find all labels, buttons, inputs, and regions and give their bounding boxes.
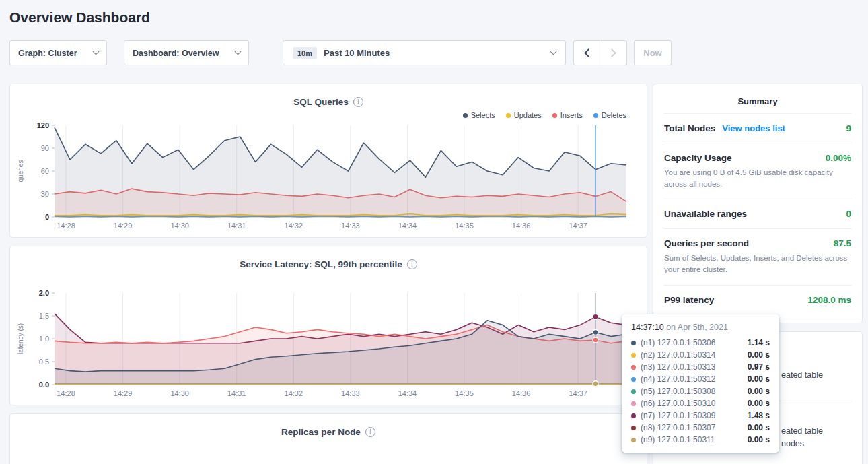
svg-text:14:29: 14:29 <box>114 222 133 230</box>
legend-item[interactable]: Inserts <box>552 110 583 120</box>
summary-row-queries-per-second: Queries per second 87.5 Sum of Selects, … <box>664 228 851 284</box>
chart-title: Service Latency: SQL, 99th percentile <box>240 259 402 269</box>
svg-text:0: 0 <box>45 213 49 221</box>
time-next-button[interactable] <box>600 40 627 65</box>
dashboard-dropdown[interactable]: Dashboard: Overview <box>124 40 249 65</box>
tooltip-node-value: 1.14 s <box>748 338 770 347</box>
series-dot-icon <box>506 113 511 118</box>
legend-item[interactable]: Updates <box>506 110 542 120</box>
summary-value: 1208.0 ms <box>807 295 851 305</box>
svg-text:0.5: 0.5 <box>39 358 49 366</box>
tooltip-node-value: 0.00 s <box>748 350 770 360</box>
service-latency-chart[interactable]: 14:2814:2914:3014:3114:3214:3314:3414:35… <box>14 289 643 399</box>
tooltip-date: on Apr 5th, 2021 <box>666 323 728 332</box>
tooltip-node-name: (n4) 127.0.0.1:50312 <box>641 374 715 384</box>
summary-label: P99 latency <box>664 295 714 305</box>
legend-label: Deletes <box>602 111 626 119</box>
svg-text:14:33: 14:33 <box>341 389 360 397</box>
toolbar: Graph: Cluster Dashboard: Overview 10m P… <box>9 40 859 65</box>
legend-label: Selects <box>471 111 495 119</box>
now-button[interactable]: Now <box>634 40 672 65</box>
info-icon[interactable]: i <box>353 97 363 107</box>
tooltip-node-value: 0.00 s <box>748 387 770 396</box>
chart-title: Replicas per Node <box>281 427 361 437</box>
dashboard-dropdown-label: Dashboard: Overview <box>133 48 219 58</box>
svg-text:14:36: 14:36 <box>512 389 531 397</box>
chart-title: SQL Queries <box>293 97 349 107</box>
info-icon[interactable]: i <box>407 259 417 269</box>
tooltip-node-name: (n1) 127.0.0.1:50306 <box>641 338 715 347</box>
svg-text:1.5: 1.5 <box>39 312 49 320</box>
tooltip-node-value: 0.00 s <box>748 423 770 432</box>
view-nodes-list-link[interactable]: View nodes list <box>722 123 785 133</box>
sql-queries-chart-card: SQL Queries i SelectsUpdatesInsertsDelet… <box>9 84 647 238</box>
graph-dropdown[interactable]: Graph: Cluster <box>9 40 107 65</box>
svg-text:14:35: 14:35 <box>455 389 474 397</box>
svg-text:14:35: 14:35 <box>455 222 474 230</box>
sql-queries-chart[interactable]: 14:2814:2914:3014:3114:3214:3314:3414:35… <box>14 121 643 232</box>
series-dot-icon <box>631 426 636 430</box>
svg-text:queries: queries <box>17 160 24 183</box>
legend-label: Inserts <box>560 111 583 119</box>
svg-text:14:30: 14:30 <box>170 389 189 397</box>
series-dot-icon <box>463 113 468 118</box>
series-dot-icon <box>631 341 636 345</box>
tooltip-row: (n7) 127.0.0.1:503091.48 s <box>631 409 770 422</box>
chart-header: Service Latency: SQL, 99th percentile i <box>10 246 647 270</box>
tooltip-header: 14:37:10 on Apr 5th, 2021 <box>631 323 770 332</box>
svg-text:14:31: 14:31 <box>227 222 246 230</box>
svg-text:2.0: 2.0 <box>39 289 49 297</box>
time-range-badge: 10m <box>293 47 317 59</box>
info-icon[interactable]: i <box>365 427 375 437</box>
tooltip-node-value: 0.00 s <box>748 435 770 444</box>
chevron-down-icon <box>93 48 100 55</box>
time-prev-button[interactable] <box>573 40 600 65</box>
tooltip-row: (n4) 127.0.0.1:503120.00 s <box>631 373 770 385</box>
tooltip-node-value: 0.00 s <box>748 399 770 408</box>
svg-text:14:28: 14:28 <box>57 222 75 230</box>
tooltip-rows: (n1) 127.0.0.1:503061.14 s(n2) 127.0.0.1… <box>631 337 770 446</box>
charts-column: SQL Queries i SelectsUpdatesInsertsDelet… <box>9 84 647 464</box>
svg-text:120: 120 <box>37 121 49 129</box>
summary-value: 9 <box>846 123 851 133</box>
summary-value: 87.5 <box>834 238 851 248</box>
tooltip-node-value: 1.48 s <box>748 411 770 420</box>
chart-header: Replicas per Node i <box>10 414 647 438</box>
legend-item[interactable]: Deletes <box>593 110 626 120</box>
tooltip-node-name: (n7) 127.0.0.1:50309 <box>641 411 715 420</box>
tooltip-node-value: 0.97 s <box>748 362 770 372</box>
tooltip-row: (n3) 127.0.0.1:503130.97 s <box>631 361 770 373</box>
event-item-text[interactable]: eated table <box>781 370 823 380</box>
tooltip-row: (n8) 127.0.0.1:503070.00 s <box>631 422 770 434</box>
series-dot-icon <box>631 401 636 406</box>
svg-text:14:34: 14:34 <box>398 222 417 230</box>
svg-text:latency (s): latency (s) <box>17 323 24 354</box>
tooltip-node-name: (n6) 127.0.0.1:50310 <box>641 399 715 408</box>
series-dot-icon <box>631 389 636 394</box>
summary-row-capacity-usage: Capacity Usage 0.00% You are using 0 B o… <box>664 143 851 199</box>
time-range-dropdown[interactable]: 10m Past 10 Minutes <box>283 40 566 65</box>
event-item-text[interactable]: eated table <box>781 426 823 436</box>
svg-text:14:33: 14:33 <box>341 222 360 230</box>
summary-description: You are using 0 B of 4.5 GiB usable disk… <box>664 167 851 189</box>
legend-item[interactable]: Selects <box>463 110 495 120</box>
svg-text:14:30: 14:30 <box>170 222 189 230</box>
replicas-per-node-chart-card: Replicas per Node i <box>9 413 647 464</box>
svg-text:14:37: 14:37 <box>569 222 587 230</box>
event-item-text[interactable]: nodes <box>781 439 804 449</box>
chevron-right-icon <box>608 48 616 57</box>
tooltip-time: 14:37:10 <box>631 323 664 332</box>
service-latency-chart-card: Service Latency: SQL, 99th percentile i … <box>9 246 647 405</box>
series-dot-icon <box>631 353 636 358</box>
series-dot-icon <box>552 113 557 118</box>
summary-value: 0 <box>846 209 851 219</box>
svg-text:14:31: 14:31 <box>227 389 246 397</box>
summary-value: 0.00% <box>826 153 851 163</box>
chart-hover-tooltip: 14:37:10 on Apr 5th, 2021 (n1) 127.0.0.1… <box>622 314 779 453</box>
summary-row-p99-latency: P99 latency 1208.0 ms <box>664 285 851 314</box>
series-dot-icon <box>631 377 636 382</box>
tooltip-row: (n2) 127.0.0.1:503140.00 s <box>631 349 770 361</box>
chart-legend: SelectsUpdatesInsertsDeletes <box>10 108 647 120</box>
summary-label: Capacity Usage <box>664 153 732 163</box>
chart-header: SQL Queries i <box>10 84 647 108</box>
